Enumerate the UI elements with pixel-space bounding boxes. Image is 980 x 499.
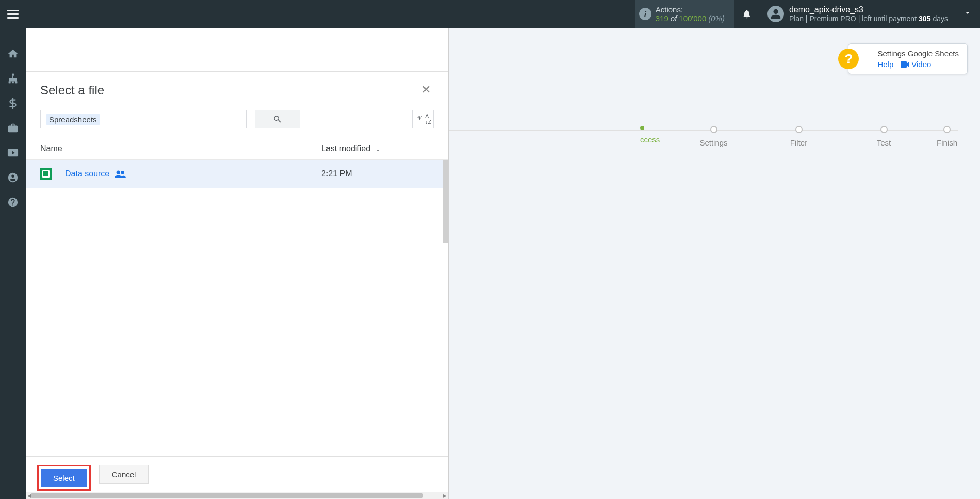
help-link[interactable]: Help [877,60,893,69]
actions-percent: (0%) [708,14,725,23]
sort-az-icon: AZ [415,114,425,124]
column-header-name[interactable]: Name [40,144,321,153]
select-button[interactable]: Select [41,469,87,487]
avatar-icon [767,6,784,22]
plan-name: Premium PRO [809,14,856,23]
sidebar-help[interactable] [0,192,26,213]
menu-toggle-button[interactable] [0,0,26,28]
left-sidebar [0,28,26,499]
video-link[interactable]: Video [901,60,931,69]
actions-label: Actions: [656,5,725,14]
question-circle-icon [7,197,19,208]
file-modified: 2:21 PM [321,169,352,179]
file-row[interactable]: Data source 2:21 PM [26,160,448,188]
hamburger-icon [7,10,19,19]
cancel-button[interactable]: Cancel [99,465,149,484]
user-menu[interactable]: demo_apix-drive_s3 Plan | Premium PRO | … [759,5,980,23]
sidebar-account[interactable] [0,167,26,188]
sidebar-connections[interactable] [0,68,26,89]
filter-chip-input[interactable]: Spreadsheets [40,110,247,128]
actions-of: of [671,14,677,23]
search-icon [273,115,282,124]
main-area: ? Settings Google Sheets Help Video cces… [26,28,980,499]
plan-prefix: Plan | [789,14,808,23]
svg-rect-3 [15,82,18,84]
days-word: days [933,14,948,23]
notifications-button[interactable] [734,9,759,19]
wizard-step-test[interactable]: Test [841,126,926,147]
sidebar-home[interactable] [0,43,26,64]
svg-point-7 [121,171,124,174]
sidebar-video[interactable] [0,142,26,163]
svg-rect-1 [9,82,11,84]
wizard-step-settings[interactable]: Settings [671,126,756,147]
shared-icon [115,170,126,178]
actions-counter[interactable]: i Actions: 319 of 100'000 (0%) [635,0,734,28]
wizard-step-finish[interactable]: Finish [926,126,968,147]
wizard-step-label: ccess [640,135,660,144]
sitemap-icon [7,73,19,84]
scrollbar-thumb[interactable] [31,493,423,498]
wizard-step-label: Finish [937,138,957,147]
help-card: ? Settings Google Sheets Help Video [848,43,968,74]
close-button[interactable]: ✕ [418,83,434,96]
sidebar-billing[interactable] [0,93,26,114]
actions-total: 100'000 [679,14,706,23]
svg-point-6 [117,171,120,174]
sidebar-tools[interactable] [0,118,26,138]
search-button[interactable] [255,110,300,128]
picker-top-blank [26,28,448,72]
column-header-modified[interactable]: Last modified ↓ [321,144,380,153]
picker-title: Select a file [40,83,104,98]
video-icon [901,61,909,68]
chevron-down-icon [963,9,972,19]
actions-used: 319 [656,14,668,23]
youtube-icon [7,147,19,158]
home-icon [7,48,19,59]
dollar-icon [7,98,19,109]
wizard-step-label: Settings [699,138,727,147]
sort-az-button[interactable]: AZ A↓Z [412,110,434,128]
bell-icon [742,9,752,19]
wizard-step-label: Filter [790,138,807,147]
days-left: 305 [919,14,930,23]
horizontal-scrollbar[interactable]: ◀ ▶ [26,492,448,499]
svg-text:Z: Z [420,115,423,119]
filter-chip-label: Spreadsheets [46,114,100,125]
file-list[interactable]: Data source 2:21 PM [26,160,448,456]
user-name: demo_apix-drive_s3 [789,5,948,14]
google-sheets-icon [40,168,52,180]
file-name: Data source [65,169,109,179]
svg-rect-0 [12,74,14,76]
list-header: Name Last modified ↓ [26,137,448,160]
wizard-step-label: Test [877,138,891,147]
select-button-highlight: Select [37,465,91,491]
close-icon: ✕ [421,83,431,96]
file-picker-panel: Select a file ✕ Spreadsheets AZ A↓Z Name… [26,28,449,499]
wizard-step-filter[interactable]: Filter [756,126,841,147]
help-card-title: Settings Google Sheets [877,49,959,58]
vertical-scrollbar[interactable] [443,160,448,243]
info-icon: i [639,8,651,20]
top-header: i Actions: 319 of 100'000 (0%) demo_apix… [0,0,980,28]
user-circle-icon [7,172,19,183]
svg-rect-2 [12,82,14,84]
help-question-icon: ? [838,49,859,69]
wizard-step-access[interactable]: ccess [640,126,671,144]
scroll-right-arrow-icon: ▶ [441,492,448,499]
plan-suffix: | left until payment [858,14,917,23]
sort-arrow-down-icon: ↓ [375,144,380,153]
briefcase-icon [7,122,19,134]
